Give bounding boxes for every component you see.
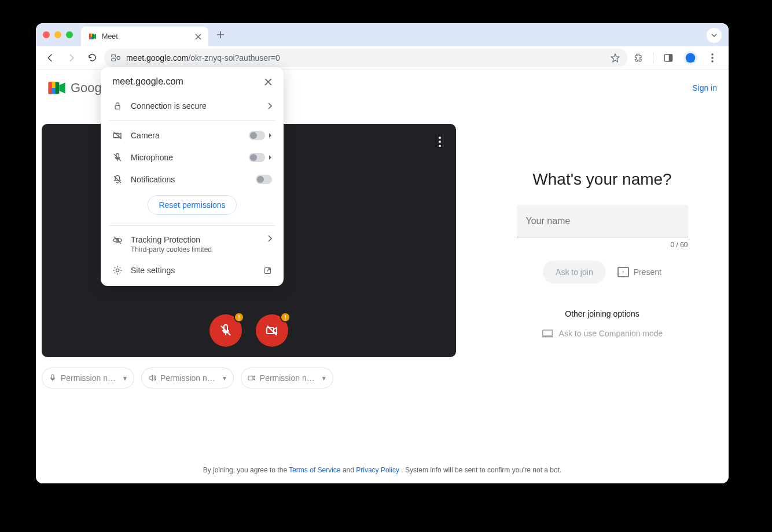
privacy-link[interactable]: Privacy Policy [356,466,399,474]
svg-rect-4 [112,54,116,57]
extensions-button[interactable] [631,51,645,65]
notifications-toggle-switch[interactable] [256,175,272,184]
site-info-button[interactable] [111,54,122,62]
row-label: Connection is secure [131,101,207,111]
name-prompt-title: What's your name? [532,170,671,189]
tab-close-button[interactable] [195,34,201,40]
gear-icon [112,265,123,276]
camera-permission-chip[interactable]: Permission ne… ▼ [241,368,333,388]
companion-mode-button[interactable]: Ask to use Companion mode [542,329,663,338]
camera-icon [247,373,256,383]
svg-point-13 [711,60,714,63]
speaker-permission-chip[interactable]: Permission ne… ▼ [141,368,234,388]
svg-point-27 [116,269,119,271]
connection-secure-row[interactable]: Connection is secure [109,95,275,117]
forward-button[interactable] [63,49,80,67]
join-panel: What's your name? 0 / 60 Ask to join ↑ P… [481,107,723,388]
svg-point-20 [439,145,441,147]
caret-down-icon: ▼ [321,375,327,381]
new-tab-button[interactable] [216,31,225,39]
chip-label: Permission ne… [160,373,218,383]
notifications-permission-row: Notifications [109,168,275,190]
microphone-permission-row: Microphone [109,146,275,168]
browser-tab[interactable]: Meet [81,27,208,46]
reset-permissions-button[interactable]: Reset permissions [148,195,236,215]
companion-icon [542,329,553,338]
minimize-window-button[interactable] [54,31,61,38]
address-bar[interactable]: meet.google.com/okr-znyq-soi?authuser=0 [104,49,627,67]
char-counter: 0 / 60 [517,241,688,249]
url-text: meet.google.com/okr-znyq-soi?authuser=0 [126,53,605,63]
svg-point-6 [117,56,120,59]
camera-toggle-button[interactable]: ! [256,314,288,347]
back-button[interactable] [42,49,59,67]
sign-in-link[interactable]: Sign in [692,83,717,93]
caret-right-icon[interactable] [269,155,272,160]
mic-off-icon [219,324,233,337]
row-label: Camera [131,131,160,140]
present-icon: ↑ [617,267,629,277]
browser-toolbar: meet.google.com/okr-znyq-soi?authuser=0 [36,46,729,69]
tab-title: Meet [102,32,190,41]
svg-rect-3 [89,34,91,39]
mic-alert-badge: ! [234,312,244,322]
popover-close-button[interactable] [264,78,272,86]
maximize-window-button[interactable] [66,31,73,38]
present-label: Present [634,267,661,277]
row-sublabel: Third-party cookies limited [131,245,212,254]
chip-label: Permission ne… [61,373,119,383]
svg-point-18 [439,137,441,139]
eye-off-icon [112,235,123,245]
window-controls[interactable] [43,31,73,38]
close-window-button[interactable] [43,31,50,38]
browser-window: Meet meet.google.com/okr-znyq-soi? [36,23,729,483]
svg-rect-17 [49,82,52,94]
mic-permission-chip[interactable]: Permission ne… ▼ [42,368,134,388]
chevron-right-icon [267,235,272,242]
bookmark-star-icon[interactable] [610,53,620,63]
browser-menu-button[interactable] [705,51,719,65]
tracking-protection-row[interactable]: Tracking Protection Third-party cookies … [109,229,275,259]
camera-off-icon [112,130,123,141]
meet-logo-icon [47,80,67,96]
chevron-right-icon [267,102,272,109]
microphone-toggle-switch[interactable] [249,153,265,162]
lock-icon [112,101,123,111]
camera-alert-badge: ! [280,312,291,322]
svg-point-11 [711,53,714,56]
mic-toggle-button[interactable]: ! [209,314,242,347]
row-label: Notifications [131,175,175,184]
open-in-new-icon [263,266,272,275]
preview-more-button[interactable] [439,137,441,147]
footer-text: By joining, you agree to the Terms of Se… [36,460,729,483]
tab-search-button[interactable] [707,28,722,43]
ask-to-join-button[interactable]: Ask to join [543,261,606,284]
permission-chips-row: Permission ne… ▼ Permission ne… ▼ Permis… [42,368,464,388]
companion-label: Ask to use Companion mode [559,329,663,338]
side-panel-button[interactable] [661,51,675,65]
other-options-heading: Other joining options [565,309,639,318]
present-button[interactable]: ↑ Present [617,267,661,277]
site-info-popover: meet.google.com Connection is secure Cam… [101,67,284,286]
reload-button[interactable] [83,49,101,67]
mic-icon [48,373,57,383]
meet-favicon-icon [88,32,97,41]
caret-down-icon: ▼ [222,375,227,381]
caret-right-icon[interactable] [269,133,272,138]
speaker-icon [148,373,157,383]
svg-point-10 [689,54,693,58]
profile-avatar-button[interactable] [683,51,697,65]
row-label: Site settings [131,266,175,275]
camera-off-icon [265,324,279,337]
row-label: Microphone [131,153,173,162]
caret-down-icon: ▼ [122,375,128,381]
site-settings-row[interactable]: Site settings [109,259,275,281]
chip-label: Permission ne… [260,373,318,383]
svg-point-19 [439,141,441,143]
tos-link[interactable]: Terms of Service [289,466,340,474]
camera-permission-row: Camera [109,124,275,146]
toolbar-divider [653,52,653,64]
camera-toggle-switch[interactable] [249,131,265,140]
svg-rect-22 [248,376,253,380]
name-input[interactable] [517,205,688,237]
